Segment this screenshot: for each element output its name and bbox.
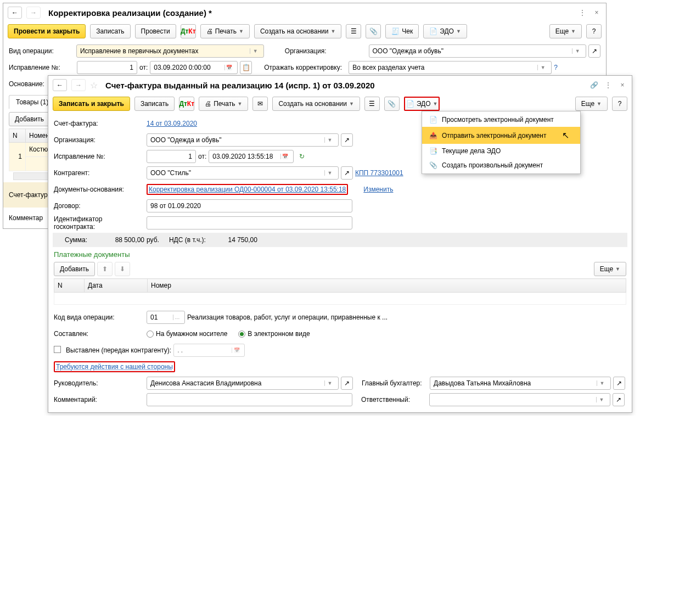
kebab-icon[interactable]: ⋮ (603, 81, 613, 89)
contract-label: Договор: (54, 202, 144, 210)
kebab-icon[interactable]: ⋮ (577, 9, 587, 16)
dt-kt-button[interactable]: ДтКт (181, 24, 196, 38)
add-payment-button[interactable]: Добавить (54, 262, 95, 276)
op-type-field[interactable]: Исправление в первичных документах▼ (76, 44, 264, 58)
open-button[interactable]: ↗ (613, 377, 625, 390)
add-row-button[interactable]: Добавить (9, 112, 50, 126)
post-and-close-button[interactable]: Провести и закрыть (8, 24, 86, 38)
action-required-link[interactable]: Требуются действия с нашей стороны (54, 361, 175, 372)
edo-view-item[interactable]: 📄Просмотреть электронный документ (422, 113, 580, 127)
change-link[interactable]: Изменить (363, 186, 393, 193)
dt-kt-button[interactable]: ДтКт (179, 97, 194, 111)
head-field[interactable]: Денисова Анастасия Владимировна▼ (147, 377, 339, 390)
basis-doc-link[interactable]: Корректировка реализации ОД00-000004 от … (147, 184, 348, 195)
op-code-field[interactable]: 01… (147, 311, 185, 324)
help-button[interactable]: ? (612, 97, 627, 111)
calendar-icon[interactable]: 📅 (224, 65, 234, 70)
save-button[interactable]: Записать (90, 24, 130, 38)
form-label: Составлен: (54, 330, 144, 338)
counterparty-field[interactable]: ООО "Стиль"▼ (147, 166, 339, 180)
calendar-open-button[interactable]: 📋 (240, 61, 252, 74)
corr-num-field[interactable]: 1 (77, 61, 137, 74)
contract-field[interactable]: 98 от 01.09.2020 (147, 199, 352, 212)
chevron-down-icon[interactable]: ▼ (250, 48, 260, 54)
accountant-field[interactable]: Давыдова Татьяна Михайловна▼ (430, 377, 611, 390)
edo-current-item[interactable]: 📑Текущие дела ЭДО (422, 144, 580, 158)
close-icon[interactable]: × (592, 9, 602, 16)
mail-button[interactable]: ✉ (252, 97, 268, 111)
reflect-field[interactable]: Во всех разделах учета▼ (349, 61, 552, 74)
kpp-link[interactable]: КПП 773301001 (355, 169, 403, 177)
star-icon[interactable]: ☆ (90, 80, 98, 91)
post-button[interactable]: Провести (135, 24, 176, 38)
vat-label: НДС (в т.ч.): (169, 236, 206, 244)
edo-dropdown: 📄Просмотреть электронный документ 📤Отпра… (422, 111, 581, 174)
open-button[interactable]: ↗ (341, 166, 353, 180)
toolbar: Провести и закрыть Записать Провести ДтК… (3, 22, 606, 41)
issued-date-field[interactable]: . .📅 (173, 344, 245, 357)
payments-table: N Дата Номер (54, 278, 626, 305)
calendar-icon[interactable]: 📅 (232, 348, 241, 353)
help-button[interactable]: ? (586, 24, 602, 38)
attach-button[interactable]: 📎 (366, 24, 381, 38)
create-based-button[interactable]: Создать на основании▼ (272, 97, 360, 111)
more-button[interactable]: Еще▼ (575, 97, 608, 111)
paperclip-icon: 📎 (388, 100, 396, 108)
corr-date-field[interactable]: 03.09.2020 0:00:00📅 (150, 61, 238, 74)
gov-id-field[interactable] (147, 216, 352, 229)
corr-num-field[interactable]: 1 (147, 150, 196, 163)
refresh-button[interactable]: ↻ (296, 150, 308, 163)
open-button[interactable]: ↗ (613, 393, 625, 406)
structure-button[interactable]: ☰ (364, 97, 380, 111)
nav-forward-button[interactable]: → (71, 79, 86, 91)
open-button[interactable]: ↗ (588, 44, 600, 58)
invoice-window: ← → ☆ Счет-фактура выданный на реализаци… (48, 75, 632, 413)
comment-field[interactable] (147, 393, 352, 406)
responsible-label: Ответственный: (361, 396, 427, 404)
save-and-close-button[interactable]: Записать и закрыть (53, 97, 130, 111)
radio-electronic[interactable]: В электронном виде (238, 330, 310, 338)
link-icon[interactable]: 🔗 (589, 81, 599, 89)
sf-link[interactable]: 14 от 03.09.2020 (147, 120, 197, 127)
sum-label: Сумма: (65, 236, 87, 244)
open-button[interactable]: ↗ (341, 133, 353, 147)
table-row[interactable] (54, 293, 626, 305)
edo-create-custom-item[interactable]: 📎Создать произвольный документ (422, 158, 580, 172)
receipt-icon: 🧾 (391, 27, 400, 35)
org-field[interactable]: ООО "Одежда и обувь"▼ (147, 133, 339, 147)
open-button[interactable]: ↗ (341, 377, 353, 390)
print-button[interactable]: 🖨Печать▼ (200, 24, 250, 38)
move-up-button[interactable]: ⬆ (97, 262, 113, 276)
op-code-desc: Реализация товаров, работ, услуг и опера… (187, 313, 388, 321)
comment-label: Комментарий: (54, 396, 144, 404)
gov-id-label: Идентификатор госконтракта: (54, 215, 144, 231)
structure-button[interactable]: ☰ (346, 24, 361, 38)
check-button[interactable]: 🧾Чек (385, 24, 419, 38)
window-title: Счет-фактура выданный на реализацию 14 (… (105, 81, 375, 90)
org-field[interactable]: ООО "Одежда и обувь"▼ (369, 44, 587, 58)
nav-back-button[interactable]: ← (8, 7, 22, 19)
issued-checkbox[interactable] (54, 346, 64, 355)
more-button[interactable]: Еще▼ (549, 24, 582, 38)
create-based-button[interactable]: Создать на основании▼ (254, 24, 341, 38)
save-button[interactable]: Записать (134, 97, 175, 111)
corr-date-field[interactable]: 03.09.2020 13:55:18📅 (209, 150, 294, 163)
nav-back-button[interactable]: ← (53, 79, 67, 91)
nav-forward-button[interactable]: → (26, 7, 41, 19)
responsible-field[interactable]: ▼ (429, 393, 610, 406)
payments-more-button[interactable]: Еще▼ (594, 262, 626, 276)
help-link[interactable]: ? (554, 64, 558, 71)
doc-icon: 📄 (429, 116, 437, 124)
calendar-icon[interactable]: 📅 (280, 154, 290, 159)
close-icon[interactable]: × (617, 81, 627, 89)
corr-num-label: Исправление №: (54, 153, 144, 160)
edo-button[interactable]: 📄ЭДО▼ (404, 97, 440, 111)
from-label: от: (139, 64, 148, 71)
attach-button[interactable]: 📎 (384, 97, 400, 111)
edo-send-item[interactable]: 📤Отправить электронный документ↖ (422, 127, 580, 144)
radio-paper[interactable]: На бумажном носителе (147, 330, 227, 338)
edo-button[interactable]: 📄ЭДО▼ (423, 24, 467, 38)
print-button[interactable]: 🖨Печать▼ (199, 97, 248, 111)
from-label: от: (198, 153, 206, 160)
move-down-button[interactable]: ⬇ (115, 262, 130, 276)
